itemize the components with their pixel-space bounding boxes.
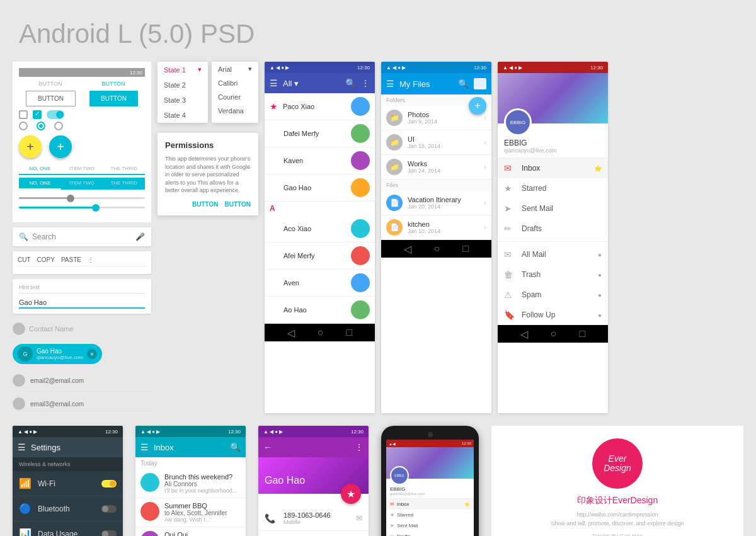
file-item-ui[interactable]: 📁 UI Jan 18, 2014 › <box>381 130 491 155</box>
home-nav-btn[interactable]: ○ <box>318 327 324 338</box>
state-4-item[interactable]: State 4 <box>158 108 208 123</box>
contact-more-icon[interactable]: ⋮ <box>355 442 364 452</box>
slider-track-green[interactable] <box>19 207 145 208</box>
checkbox-empty[interactable] <box>19 110 28 119</box>
tab2-the-thrid[interactable]: THE THRID <box>103 178 145 190</box>
inbox-search-icon[interactable]: 🔍 <box>230 442 241 452</box>
radio-empty-1[interactable] <box>19 122 28 130</box>
inbox-item-ouioui[interactable]: Oui Oui Sandra Adams Do you have Paris r… <box>135 527 246 536</box>
toggle-on[interactable] <box>47 110 64 119</box>
radio-filled[interactable] <box>37 122 45 130</box>
files-grid-icon[interactable] <box>474 78 486 89</box>
inbox-item-brunch[interactable]: Brunch this weekend? Ali Connors I'll be… <box>135 469 246 498</box>
contact-item-gaohao[interactable]: Gao Hao <box>265 174 375 202</box>
settings-datausage[interactable]: 📊 Data Usage <box>13 522 123 536</box>
contact-phone-2[interactable]: 📞 (650) 555-1234 Mobile ✉ <box>258 531 369 536</box>
files-home-btn[interactable]: ○ <box>434 243 440 254</box>
perm-button-2[interactable]: BUTTON <box>225 201 251 208</box>
contact-item-paco[interactable]: ★ Paco Xiao <box>265 93 375 120</box>
state-2-item[interactable]: State 2 <box>158 77 208 93</box>
contact-phone-1[interactable]: 📞 189-1063-0646 Mobile ✉ <box>258 506 369 531</box>
chip-close-button[interactable]: × <box>87 349 97 359</box>
gmail-nav-spam[interactable]: ⚠ Spam ● <box>498 285 608 305</box>
gmail-back-btn[interactable]: ◁ <box>520 328 528 340</box>
more-toolbar-icon[interactable]: ⋮ <box>361 78 370 88</box>
contact-item-afei[interactable]: Afei Merfy <box>265 242 375 270</box>
paste-label[interactable]: PASTE <box>61 256 81 263</box>
recent-nav-btn[interactable]: □ <box>346 327 352 338</box>
wifi-toggle[interactable] <box>101 480 117 488</box>
contact-back-icon[interactable]: ← <box>263 442 272 452</box>
filled-button[interactable]: BUTTON <box>89 91 138 106</box>
search-box[interactable]: 🔍 Search 🎤 <box>13 227 151 246</box>
contact-item-dafei[interactable]: Dafei Merfy <box>265 120 375 147</box>
files-fab[interactable]: + <box>469 97 486 115</box>
gmail-nav-trash[interactable]: 🗑 Trash ● <box>498 265 608 285</box>
font-dropdown[interactable]: Arial▾ Calibri Courier Verdana <box>212 62 258 123</box>
ccp-row[interactable]: CUT COPY PASTE ⋮ <box>18 256 146 263</box>
contact-card-fab[interactable]: ★ <box>341 484 361 504</box>
outline-button[interactable]: BUTTON <box>26 91 76 106</box>
perm-button-1[interactable]: BUTTON <box>192 201 218 208</box>
font-courier[interactable]: Courier <box>212 90 258 104</box>
files-search-icon[interactable]: 🔍 <box>458 79 469 89</box>
gmail-nav-starred[interactable]: ★ Starred <box>498 178 608 198</box>
state-1-item[interactable]: State 1▾ <box>158 62 208 77</box>
settings-hamburger-icon[interactable]: ☰ <box>18 442 26 452</box>
contact-chip[interactable]: G Gao Hao qiancaoyu@live.com × <box>13 344 102 364</box>
tab-no-one-active[interactable]: NO, ONE <box>19 163 61 175</box>
contact-name-field[interactable]: Contact Name <box>13 319 151 339</box>
tab-the-thrid[interactable]: THE THRID <box>103 163 145 174</box>
state-3-item[interactable]: State 3 <box>158 93 208 108</box>
file-item-works[interactable]: 📁 Works Jan 24, 2014 › <box>381 155 491 180</box>
filled-input[interactable]: Gao Hao <box>19 299 145 309</box>
gmail-nav-followup[interactable]: 🔖 Follow Up ● <box>498 305 608 325</box>
file-item-vacation[interactable]: 📄 Vacation Itinerary Jan 20, 2014 › <box>381 191 491 215</box>
settings-wifi[interactable]: 📶 Wi-Fi <box>13 471 123 496</box>
weibo-link[interactable]: http://weibo.com/cardimpression <box>576 511 658 518</box>
files-back-btn[interactable]: ◁ <box>404 243 411 255</box>
more-icon[interactable]: ⋮ <box>88 256 94 263</box>
data-toggle[interactable] <box>101 530 117 537</box>
gmail-recent-btn[interactable]: □ <box>579 328 585 339</box>
tabs-row-1[interactable]: NO, ONE ITEM TWO THE THRID <box>19 163 145 175</box>
back-nav-btn[interactable]: ◁ <box>287 327 295 339</box>
inbox-item-bbq[interactable]: Summer BBQ to Alex, Scott, Jennifer Aw d… <box>135 498 246 527</box>
gmail-nav-sent[interactable]: ➤ Sent Mail <box>498 198 608 219</box>
tab-item-two[interactable]: ITEM TWO <box>61 163 103 174</box>
search-placeholder[interactable]: Search <box>32 232 132 241</box>
inbox-hamburger-icon[interactable]: ☰ <box>140 442 149 452</box>
gmail-nav-inbox[interactable]: ✉ Inbox ⭐ <box>498 158 608 178</box>
inner-inbox-item[interactable]: ✉ Inbox ⭐ <box>386 499 474 510</box>
phone-action-1[interactable]: ✉ <box>356 514 362 523</box>
gmail-home-btn[interactable]: ○ <box>551 328 557 339</box>
settings-bluetooth[interactable]: 🔵 Bluetooth <box>13 496 123 522</box>
font-verdana[interactable]: Verdana <box>212 104 258 118</box>
inner-sent-item[interactable]: ➤ Sent Mail <box>386 520 474 531</box>
hamburger-icon[interactable]: ☰ <box>270 78 278 88</box>
checkbox-checked[interactable] <box>33 110 42 119</box>
radio-empty-2[interactable] <box>54 122 63 130</box>
search-toolbar-icon[interactable]: 🔍 <box>345 78 356 88</box>
gmail-nav-drafts[interactable]: ✏ Drafts <box>498 219 608 239</box>
inner-starred-item[interactable]: ★ Starred <box>386 510 474 520</box>
contact-item-kaven[interactable]: Kaven <box>265 147 375 174</box>
inner-drafts-item[interactable]: ✏ Drafts <box>386 531 474 536</box>
tabs-row-2[interactable]: NO, ONE ITEM TWO THE THRID <box>19 178 145 190</box>
files-recent-btn[interactable]: □ <box>462 243 469 254</box>
slider-track-gray[interactable] <box>19 197 145 199</box>
font-calibri[interactable]: Calibri <box>212 76 258 90</box>
file-item-kitchen[interactable]: 📄 kitchen Jan 10, 2014 › <box>381 215 491 240</box>
fab-yellow[interactable]: + <box>19 135 42 158</box>
contact-item-ao[interactable]: Ao Hao <box>265 297 375 324</box>
contact-item-aco[interactable]: Aco Xiao <box>265 215 375 242</box>
tab2-item-two[interactable]: ITEM TWO <box>61 178 103 190</box>
copy-label[interactable]: COPY <box>37 256 55 263</box>
contact-item-aven[interactable]: Aven <box>265 270 375 297</box>
mic-icon[interactable]: 🎤 <box>135 232 145 241</box>
state-dropdown[interactable]: State 1▾ State 2 State 3 State 4 <box>158 62 208 123</box>
gmail-nav-allmail[interactable]: ✉ All Mail ● <box>498 244 608 265</box>
button-row[interactable]: BUTTON BUTTON <box>19 91 145 106</box>
files-hamburger-icon[interactable]: ☰ <box>386 79 394 89</box>
font-arial[interactable]: Arial▾ <box>212 62 258 76</box>
